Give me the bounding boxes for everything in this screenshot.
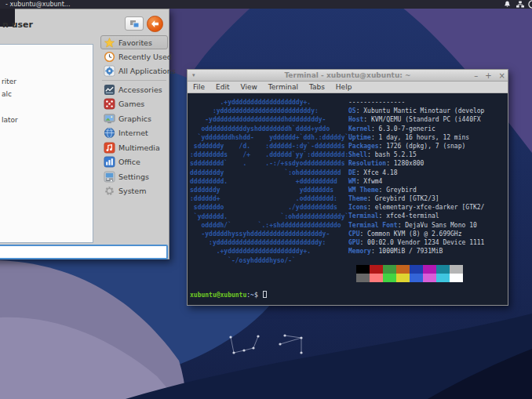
clock-icon[interactable] [528,0,532,9]
color-swatch [410,265,423,274]
category-favorites[interactable]: Favorites [100,35,168,49]
view-toggle-button[interactable] [125,16,144,31]
bell-icon[interactable] [503,0,512,9]
category-internet[interactable]: Internet [100,126,168,141]
neofetch-info-line: WM Theme: Greybird [348,186,484,194]
neofetch-info-line: Theme: Greybird [GTK2/3] [348,194,484,203]
search-input[interactable] [0,245,168,259]
info-label: Terminal Font [348,222,398,229]
category-label: Internet [118,129,148,137]
globe-icon [104,127,115,139]
terminal-titlebar[interactable]: ▾ Terminal - xubuntu@xubuntu: ~ – + × [188,70,508,82]
neofetch-info-line: Memory: 1000MiB / 7931MiB [348,247,484,256]
category-system[interactable]: System [100,184,168,199]
category-group: AccessoriesGamesGraphicsInternetMultimed… [100,82,168,198]
neofetch-info-line: Terminal Font: DejaVu Sans Mono 10 [348,221,484,230]
menu-terminal[interactable]: Terminal [263,83,304,91]
apps-gear-icon [104,65,115,77]
logout-button[interactable] [147,16,163,32]
neofetch-palette-bright [356,274,463,282]
menu-edit[interactable]: Edit [210,83,235,91]
info-value: : xfce4-terminal [379,212,439,219]
whisker-menu-window: n user riteralclator FavoritesRecently U… [0,9,169,259]
category-graphics[interactable]: Graphics [100,111,168,126]
info-value: : 1 day, 16 hours, 12 mins [371,134,469,141]
menu-help[interactable]: Help [330,83,358,91]
menu-tabs[interactable]: Tabs [304,83,330,91]
color-swatch [450,265,463,274]
info-label: GPU [348,239,359,246]
neofetch-info-line: Kernel: 6.3.0-7-generic [348,125,484,133]
info-value: : Greybird [GTK2/3] [367,195,439,202]
neofetch-info-line: WM: Xfwm4 [348,177,484,186]
info-label: Icons [348,204,367,211]
clock-icon [104,51,115,63]
info-label: Uptime [348,134,371,141]
info-value: : DejaVu Sans Mono 10 [398,222,477,229]
color-swatch [423,265,436,274]
category-multimedia[interactable]: Multimedia [100,140,168,155]
terminal-content[interactable]: .+yddddddddddddddddddy+. :yddddddddddddd… [188,93,508,305]
category-label: Office [118,158,140,166]
neofetch-info-line: --------------- [348,98,484,107]
category-settings[interactable]: Settings [100,169,168,184]
close-button[interactable]: × [499,71,505,81]
info-label: Memory [348,248,371,255]
menu-view[interactable]: View [235,83,263,91]
info-value: --------------- [348,99,405,106]
app-list-item[interactable]: lator [0,114,93,126]
user-label: n user [2,20,33,30]
info-value: : Xfce 4.18 [356,169,398,176]
info-value: : 1000MiB / 7931MiB [371,248,443,255]
neofetch-info-line: OS: Xubuntu Mantic Minotaur (develop [348,107,484,115]
dice-icon [104,98,115,110]
maximize-button[interactable]: + [485,71,491,81]
neofetch-info-line: Terminal: xfce4-terminal [348,212,484,220]
neofetch-info: ---------------OS: Xubuntu Mantic Minota… [348,98,484,256]
window-menu-icon[interactable]: ▾ [192,72,195,78]
info-label: Theme [348,195,367,202]
prompt-user-host: xubuntu@xubuntu [190,292,246,299]
color-swatch [383,274,396,282]
neofetch-info-line: DE: Xfce 4.18 [348,169,484,177]
neofetch-info-line: Uptime: 1 day, 16 hours, 12 mins [348,133,484,142]
category-office[interactable]: Office [100,155,168,170]
category-all-applications[interactable]: All Applications [100,63,168,78]
info-label: Resolution [348,160,386,167]
category-list: FavoritesRecently UsedAll ApplicationsAc… [100,35,168,198]
category-label: Games [118,100,144,108]
info-label: Host [348,116,363,123]
settings-icon [104,171,115,183]
color-swatch [436,265,450,274]
app-list-item[interactable]: riter [0,75,93,88]
neofetch-info-line: GPU: 00:02.0 Vendor 1234 Device 1111 [348,238,484,247]
neofetch-info-line: Host: KVM/QEMU (Standard PC (i440FX [348,115,484,124]
minimize-button[interactable]: – [474,71,478,81]
category-label: Favorites [118,38,152,47]
info-label: CPU [348,230,359,238]
terminal-window: ▾ Terminal - xubuntu@xubuntu: ~ – + × Fi… [187,69,508,306]
info-label: Shell [348,151,367,158]
color-swatch [396,274,410,282]
info-value: : elementary-xfce-darker [GTK2/ [367,204,484,211]
category-games[interactable]: Games [100,97,168,112]
shell-prompt: xubuntu@xubuntu:~$ [190,291,267,299]
accessories-icon [104,84,115,96]
color-swatch [370,265,383,274]
music-note-icon [104,142,115,154]
app-list-item[interactable] [0,101,93,114]
window-grid-icon [129,16,140,31]
category-label: Accessories [118,85,162,94]
category-recently-used[interactable]: Recently Used [100,49,168,63]
info-value: : Common KVM (8) @ 2.699GHz [359,230,461,238]
app-list-item[interactable]: alc [0,88,93,100]
color-swatch [356,274,370,282]
neofetch-ascii-logo: .+yddddddddddddddddddy+. :yddddddddddddd… [190,98,348,265]
taskbar-window-button[interactable]: - xubuntu@xubunt... [0,0,70,9]
neofetch-palette-normal [356,265,463,274]
category-accessories[interactable]: Accessories [100,82,168,97]
menu-file[interactable]: File [188,83,210,91]
network-icon[interactable] [516,0,524,9]
info-value: : 6.3.0-7-generic [371,125,435,132]
info-value: : Greybird [379,187,417,194]
